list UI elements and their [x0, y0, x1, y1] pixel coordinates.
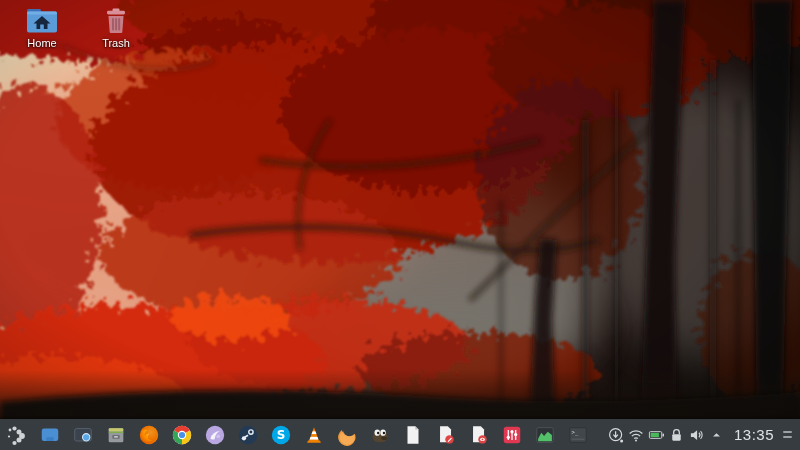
home-folder-icon [25, 7, 59, 35]
show-desktop-icon[interactable] [39, 424, 61, 446]
app-launcher-icon[interactable] [6, 424, 28, 446]
svg-text:>_: >_ [572, 428, 579, 435]
svg-text:S: S [277, 428, 286, 442]
desktop: Home Trash [0, 0, 800, 450]
gimp-icon[interactable] [369, 424, 391, 446]
chrome-icon[interactable] [171, 424, 193, 446]
audio-mixer-icon[interactable] [501, 424, 523, 446]
system-tray [606, 425, 726, 444]
document-editor-icon[interactable] [435, 424, 457, 446]
desktop-icon-home[interactable]: Home [14, 7, 70, 49]
battery-icon[interactable] [647, 425, 666, 444]
vlc-icon[interactable] [303, 424, 325, 446]
archive-manager-icon[interactable] [105, 424, 127, 446]
clock[interactable]: 13:35 [734, 426, 774, 443]
panel-handle-icon[interactable] [780, 425, 794, 444]
steam-icon[interactable] [237, 424, 259, 446]
trash-icon [101, 7, 131, 35]
taskbar-panel: S [0, 419, 800, 450]
updates-icon[interactable] [607, 425, 626, 444]
desktop-icon-trash[interactable]: Trash [88, 7, 144, 49]
screenshot-tool-icon[interactable] [72, 424, 94, 446]
palemoon-browser-icon[interactable] [204, 424, 226, 446]
clementine-player-icon[interactable] [336, 424, 358, 446]
new-document-icon[interactable] [402, 424, 424, 446]
skype-icon[interactable]: S [270, 424, 292, 446]
expand-tray-icon[interactable] [707, 425, 726, 444]
volume-icon[interactable] [687, 425, 706, 444]
lock-icon[interactable] [667, 425, 686, 444]
document-viewer-icon[interactable] [468, 424, 490, 446]
terminal-icon[interactable]: >_ [567, 424, 589, 446]
system-monitor-icon[interactable] [534, 424, 556, 446]
desktop-icon-label: Trash [102, 37, 130, 49]
wifi-icon[interactable] [627, 425, 646, 444]
wallpaper-red-forest [0, 0, 800, 450]
desktop-icon-label: Home [27, 37, 56, 49]
firefox-icon[interactable] [138, 424, 160, 446]
